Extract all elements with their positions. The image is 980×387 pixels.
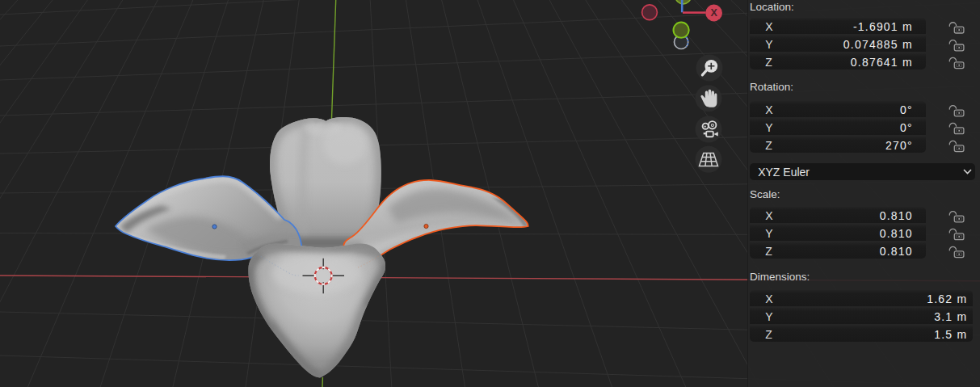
svg-text:X: X <box>710 7 717 19</box>
